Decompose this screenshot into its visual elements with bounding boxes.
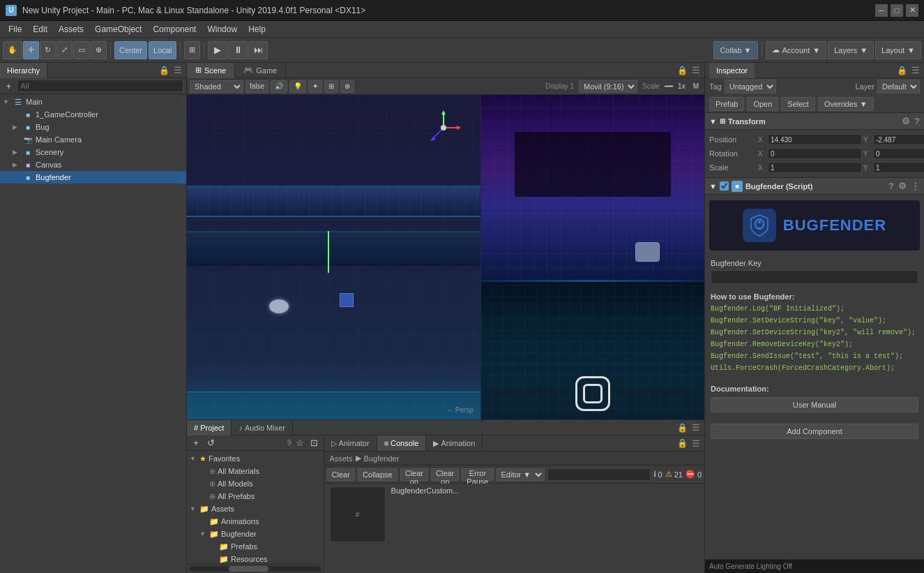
center-button[interactable]: Center bbox=[114, 41, 147, 59]
rotate-tool[interactable]: ↻ bbox=[40, 41, 56, 59]
editor-dropdown[interactable]: Editor ▼ bbox=[497, 468, 545, 481]
bugfender-info-icon[interactable]: ? bbox=[888, 181, 894, 191]
bottom-menu-icon[interactable]: ☰ bbox=[692, 422, 700, 433]
animator-tab[interactable]: ▷ Animator bbox=[324, 436, 377, 451]
menu-help[interactable]: Help bbox=[243, 21, 271, 38]
clear-button[interactable]: Clear bbox=[327, 468, 355, 481]
maximize-button[interactable]: □ bbox=[891, 4, 903, 17]
window-controls[interactable]: ─ □ ✕ bbox=[875, 4, 918, 17]
collapse-button[interactable]: Collapse bbox=[358, 468, 397, 481]
project-add-button[interactable]: + bbox=[190, 437, 202, 449]
clear-on-build-button[interactable]: Clear on Build bbox=[431, 468, 459, 481]
grid-toggle[interactable]: ⊕ bbox=[340, 80, 354, 93]
hierarchy-item-bug[interactable]: ▶ ■ Bug bbox=[0, 121, 186, 133]
info-btn[interactable]: ? bbox=[914, 116, 920, 126]
inspector-menu-icon[interactable]: ☰ bbox=[911, 65, 920, 75]
layer-select[interactable]: Default bbox=[877, 80, 920, 94]
open-button[interactable]: Open bbox=[747, 97, 778, 111]
hand-tool[interactable]: ✋ bbox=[3, 41, 22, 59]
scale-x-field[interactable] bbox=[768, 162, 862, 173]
tag-select[interactable]: Untagged bbox=[725, 80, 776, 94]
pos-x-field[interactable] bbox=[768, 134, 862, 145]
light-toggle[interactable]: 💡 bbox=[289, 80, 306, 93]
gizmo-toggle[interactable]: ⊞ bbox=[324, 80, 338, 93]
hierarchy-add-button[interactable]: + bbox=[3, 80, 15, 92]
scale-tool[interactable]: ⤢ bbox=[56, 41, 73, 59]
menu-window[interactable]: Window bbox=[202, 21, 243, 38]
overrides-button[interactable]: Overrides ▼ bbox=[818, 97, 874, 111]
menu-edit[interactable]: Edit bbox=[27, 21, 53, 38]
hierarchy-more-icon[interactable]: ⋮ bbox=[179, 98, 186, 107]
move-tool[interactable]: ✛ bbox=[23, 41, 39, 59]
console-search-input[interactable] bbox=[547, 468, 651, 481]
menu-gameobject[interactable]: GameObject bbox=[89, 21, 147, 38]
breadcrumb-bugfender[interactable]: Bugfender bbox=[364, 454, 400, 463]
project-refresh-button[interactable]: ↺ bbox=[204, 437, 217, 449]
hierarchy-item-main[interactable]: ▼ ☰ Main ⋮ bbox=[0, 96, 186, 108]
bugfender-enabled-checkbox[interactable] bbox=[720, 181, 729, 191]
prefab-button[interactable]: Prefab bbox=[709, 97, 744, 111]
project-scroll-thumb[interactable] bbox=[229, 566, 268, 572]
rot-y-field[interactable] bbox=[873, 148, 924, 159]
project-item-favorites[interactable]: ▼ ★ Favorites bbox=[187, 452, 324, 465]
local-button[interactable]: Local bbox=[149, 41, 176, 59]
rect-tool[interactable]: ▭ bbox=[73, 41, 90, 59]
project-item-prefabs[interactable]: 📁 Prefabs bbox=[187, 540, 324, 553]
layout-button[interactable]: Layout ▼ bbox=[875, 41, 921, 59]
layers-button[interactable]: Layers ▼ bbox=[828, 41, 874, 59]
project-item-assets[interactable]: ▼ 📁 Assets bbox=[187, 503, 324, 515]
error-pause-button[interactable]: Error Pause bbox=[462, 468, 493, 481]
transform-tool[interactable]: ⊕ bbox=[91, 41, 107, 59]
settings-icon[interactable]: ⚙ bbox=[902, 116, 910, 126]
project-item-allmaterials[interactable]: ⊕ All Materials bbox=[187, 465, 324, 477]
minimize-button[interactable]: ─ bbox=[875, 4, 888, 17]
hierarchy-item-bugfender[interactable]: ■ Bugfender ⋮ bbox=[0, 171, 186, 184]
menu-component[interactable]: Component bbox=[147, 21, 202, 38]
play-button[interactable]: ▶ bbox=[208, 41, 227, 59]
hierarchy-item-scenery[interactable]: ▶ ■ Scenery bbox=[0, 146, 186, 158]
user-manual-button[interactable]: User Manual bbox=[711, 397, 918, 412]
console-menu-icon[interactable]: ☰ bbox=[692, 438, 700, 449]
step-button[interactable]: ⏭ bbox=[248, 41, 268, 59]
close-button[interactable]: ✕ bbox=[906, 4, 918, 17]
hierarchy-menu-icon[interactable]: ☰ bbox=[174, 65, 182, 75]
hierarchy-item-maincamera[interactable]: 📷 Main Camera bbox=[0, 133, 186, 146]
project-scrollbar[interactable] bbox=[190, 566, 321, 572]
game-tab[interactable]: 🎮 Game bbox=[235, 63, 286, 78]
project-item-animations[interactable]: 📁 Animations bbox=[187, 515, 324, 528]
audio-toggle[interactable]: 🔊 bbox=[271, 80, 287, 93]
bugfender-header[interactable]: ▼ ■ Bugfender (Script) ? ⚙ ⋮ bbox=[705, 178, 924, 195]
fx-toggle[interactable]: ✦ bbox=[308, 80, 322, 93]
transform-header[interactable]: ▼ ⊞ Transform ⚙ ? bbox=[705, 113, 924, 130]
breadcrumb-assets[interactable]: Assets bbox=[330, 454, 353, 463]
hierarchy-search-input[interactable] bbox=[17, 80, 183, 92]
inspector-tab[interactable]: Inspector bbox=[709, 63, 755, 78]
shading-mode-select[interactable]: Shaded Wireframe bbox=[190, 80, 243, 93]
select-button[interactable]: Select bbox=[781, 97, 815, 111]
hierarchy-tab[interactable]: Hierarchy bbox=[0, 63, 47, 78]
project-item-allmodels[interactable]: ⊕ All Models bbox=[187, 477, 324, 490]
hierarchy-item-canvas[interactable]: ▶ ■ Canvas bbox=[0, 158, 186, 171]
pause-button[interactable]: ⏸ bbox=[228, 41, 248, 59]
project-item-bugfender-folder[interactable]: ▼ 📁 Bugfender bbox=[187, 528, 324, 540]
audio-tab[interactable]: ♪ Audio Mixer bbox=[232, 420, 293, 436]
add-component-button[interactable]: Add Component bbox=[711, 424, 918, 439]
center-menu-icon[interactable]: ☰ bbox=[692, 65, 700, 75]
filter-favorites[interactable]: ☆ bbox=[294, 437, 306, 449]
menu-assets[interactable]: Assets bbox=[53, 21, 89, 38]
2d-button[interactable]: false bbox=[245, 80, 268, 93]
snap-button[interactable]: ⊞ bbox=[184, 41, 200, 59]
project-item-allprefabs[interactable]: ⊕ All Prefabs bbox=[187, 490, 324, 503]
menu-file[interactable]: File bbox=[3, 21, 27, 38]
scale-slider[interactable]: ━━ bbox=[665, 82, 673, 90]
console-tab[interactable]: ≡ Console bbox=[377, 436, 427, 451]
project-tab[interactable]: # Project bbox=[187, 420, 232, 436]
account-button[interactable]: ☁ Account ▼ bbox=[766, 41, 827, 59]
bugfender-key-input[interactable] bbox=[711, 270, 918, 284]
scene-tab[interactable]: ⊞ Scene bbox=[187, 63, 235, 78]
collab-button[interactable]: Collab ▼ bbox=[713, 41, 757, 59]
rot-x-field[interactable] bbox=[768, 148, 862, 159]
project-item-resources[interactable]: 📁 Resources bbox=[187, 553, 324, 564]
scale-y-field[interactable] bbox=[873, 162, 924, 173]
hierarchy-item-gamecontroller[interactable]: ■ 1_GameController bbox=[0, 108, 186, 121]
